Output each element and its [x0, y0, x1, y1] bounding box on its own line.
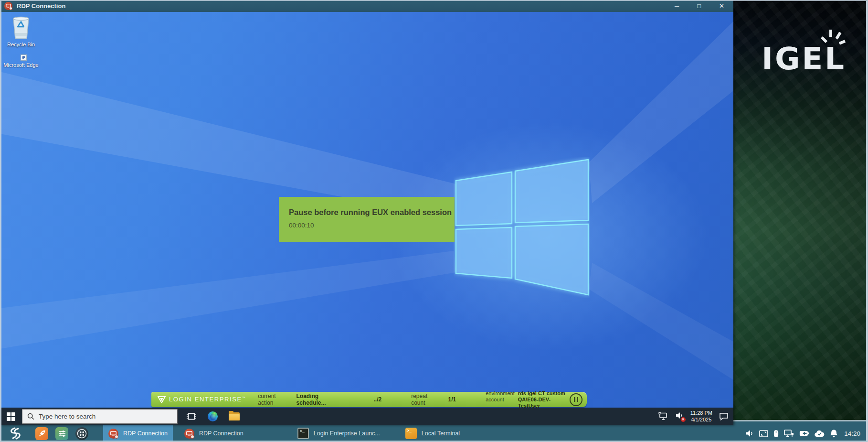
login-enterprise-status-bar: LOGIN ENTERPRISE™ current action Loading…	[151, 392, 587, 407]
windows-clock-time: 11:28 PM	[690, 410, 712, 417]
login-enterprise-brand: LOGIN ENTERPRISE™	[158, 396, 246, 403]
rocket-icon	[38, 429, 46, 438]
settings-button[interactable]	[55, 427, 68, 440]
taskbar-item-local-terminal[interactable]: >_ Local Terminal	[400, 425, 465, 442]
windows-clock-date: 4/1/2025	[690, 417, 712, 423]
windows-logo-icon	[7, 412, 15, 421]
rdp-connection-window: RDP Connection ─ □ ✕	[0, 0, 733, 425]
environment-value: rds igel CT custom	[518, 390, 570, 397]
windows-system-tray: ✕ 11:28 PM 4/1/2025	[658, 410, 733, 423]
file-explorer-icon[interactable]	[229, 412, 240, 420]
start-button[interactable]	[0, 408, 22, 425]
desktop-icon-label: Recycle Bin	[7, 42, 35, 47]
shortcut-arrow-icon	[21, 54, 27, 61]
account-value: QA\E06-DEV-TestUser	[518, 397, 570, 409]
mouse-icon[interactable]	[773, 430, 779, 438]
igel-spark-icon	[817, 28, 847, 48]
windows-clock[interactable]: 11:28 PM 4/1/2025	[690, 410, 712, 423]
settings-sliders-icon	[57, 429, 67, 438]
monitor-connection-icon[interactable]	[784, 430, 794, 437]
setup-wizard-button[interactable]	[35, 427, 48, 440]
search-input[interactable]	[39, 413, 172, 420]
environment-account-block: environment rds igel CT custom account Q…	[486, 390, 570, 409]
app-grid-icon	[77, 429, 87, 439]
taskbar-search[interactable]	[22, 409, 178, 424]
igel-clock[interactable]: 14:20	[844, 430, 860, 437]
igel-screen: IGEL	[0, 0, 868, 442]
maximize-button[interactable]: □	[697, 0, 701, 12]
repeat-count-value: 1/1	[448, 396, 456, 403]
notifications-bell-icon[interactable]	[830, 429, 838, 438]
network-icon[interactable]	[658, 412, 669, 420]
app-launcher-button[interactable]	[75, 427, 88, 440]
account-label: account	[486, 397, 515, 409]
brand-trademark: ™	[242, 396, 246, 399]
windows-taskbar: ✕ 11:28 PM 4/1/2025	[0, 408, 733, 425]
current-action-value: Loading schedule...	[296, 393, 348, 406]
pause-status-overlay: Pause before running EUX enabled session…	[279, 197, 455, 242]
volume-muted-badge: ✕	[681, 417, 686, 422]
desktop-icon-recycle-bin[interactable]: Recycle Bin	[3, 15, 39, 47]
repeat-count-label: repeat count	[411, 393, 442, 406]
environment-label: environment	[486, 390, 515, 397]
minimize-button[interactable]: ─	[675, 0, 679, 12]
taskbar-item-label: RDP Connection	[123, 430, 168, 437]
brand-text: LOGIN ENTERPRISE	[169, 396, 242, 403]
rdp-icon	[184, 429, 194, 439]
task-view-icon[interactable]	[186, 412, 197, 420]
taskbar-item-rdp-connection-active[interactable]: RDP Connection	[103, 425, 173, 442]
window-titlebar[interactable]: RDP Connection ─ □ ✕	[0, 0, 733, 12]
display-settings-icon[interactable]	[759, 430, 768, 437]
taskbar-item-login-enterprise-launcher[interactable]: >_ Login Enterprise Launc...	[292, 425, 385, 442]
desktop-icon-label: Microsoft Edge	[3, 62, 38, 68]
rdp-icon	[108, 429, 118, 439]
rdp-window-icon	[4, 2, 12, 10]
igel-menu-button[interactable]	[5, 426, 26, 441]
battery-status-icon[interactable]	[799, 431, 809, 436]
current-action-label: current action	[258, 393, 291, 406]
terminal-orange-icon: >_	[405, 428, 417, 439]
desktop-icon-microsoft-edge[interactable]: Microsoft Edge	[3, 60, 39, 68]
igel-system-tray: 14:20	[745, 429, 863, 438]
igel-brand-logo: IGEL	[762, 41, 846, 76]
windows-flag-logo	[454, 157, 590, 298]
windows-desktop: Recycle Bin Microsoft Edge Pause before …	[0, 12, 733, 425]
taskbar-item-label: RDP Connection	[199, 430, 243, 437]
taskbar-item-label: Login Enterprise Launc...	[314, 430, 380, 437]
progress-value: ../2	[374, 396, 382, 403]
action-center-icon[interactable]	[719, 412, 729, 420]
terminal-dark-icon: >_	[297, 428, 309, 439]
volume-muted-icon[interactable]: ✕	[676, 412, 684, 421]
pause-icon	[574, 397, 575, 402]
pause-timer: 00:00:10	[289, 222, 455, 229]
edge-taskbar-icon[interactable]	[208, 411, 218, 421]
search-icon	[27, 413, 34, 420]
taskbar-item-rdp-connection-2[interactable]: RDP Connection	[179, 425, 249, 442]
igel-menu-icon	[8, 427, 22, 440]
recycle-bin-icon	[11, 15, 32, 40]
login-enterprise-logo-icon	[158, 396, 166, 403]
close-button[interactable]: ✕	[719, 0, 724, 12]
volume-icon[interactable]	[745, 430, 754, 437]
pause-button[interactable]	[570, 393, 582, 406]
pause-title: Pause before running EUX enabled session	[289, 208, 455, 217]
taskbar-item-label: Local Terminal	[422, 430, 460, 437]
window-title: RDP Connection	[17, 2, 65, 10]
cloud-sync-icon[interactable]	[815, 430, 825, 437]
